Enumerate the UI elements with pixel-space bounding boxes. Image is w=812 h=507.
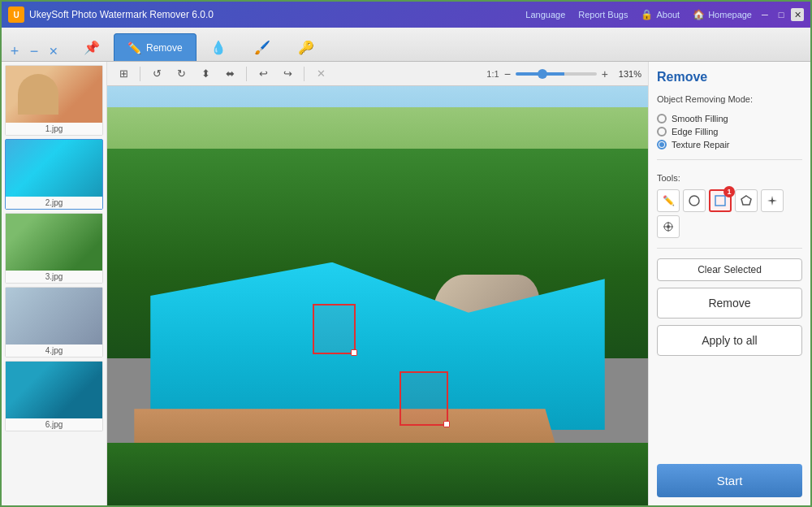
svg-point-0	[689, 196, 699, 206]
thumbnail-3[interactable]: 3.jpg	[5, 213, 103, 284]
start-button[interactable]: Start	[657, 464, 802, 497]
close-button[interactable]: ✕	[791, 8, 804, 21]
close-file-button[interactable]: ✕	[44, 41, 63, 61]
rotate-ccw-tool[interactable]: ↺	[147, 64, 166, 84]
thumbnail-1[interactable]: 1.jpg	[5, 65, 103, 136]
zoom-percent: 131%	[613, 69, 641, 79]
thumb-image-2	[6, 140, 102, 197]
titlebar: U UkeySoft Photo Watermark Remover 6.0.0…	[2, 2, 810, 28]
thumb-label-5: 6.jpg	[6, 418, 102, 431]
svg-point-4	[667, 225, 670, 228]
zoom-area: 1:1 − + 131%	[486, 67, 641, 80]
tab-key[interactable]: 🔑	[284, 33, 328, 61]
ground-bg	[107, 443, 648, 505]
canvas-toolbar: ⊞ ↺ ↻ ⬍ ⬌ ↩ ↪ ✕ 1:1 − + 131%	[107, 62, 648, 86]
clear-selected-button[interactable]: Clear Selected	[657, 258, 802, 281]
tab-brush[interactable]: 🖌️	[240, 33, 284, 61]
radio-edge[interactable]	[657, 127, 667, 136]
zoom-plus-icon[interactable]: +	[600, 67, 610, 80]
selection-box-1[interactable]	[313, 304, 356, 354]
flip-h-tool[interactable]: ⬌	[220, 64, 240, 84]
app-logo: U	[8, 6, 24, 23]
about-link[interactable]: About	[656, 10, 680, 20]
add-file-button[interactable]: +	[5, 41, 24, 61]
panel-title: Remove	[657, 70, 802, 84]
undo-tool[interactable]: ↩	[253, 64, 273, 84]
tab-remove-label: Remove	[146, 42, 183, 54]
titlebar-links: Language Report Bugs 🔒 About 🏠 Homepage	[525, 9, 752, 20]
thumb-image-1	[6, 66, 102, 123]
mode-texture[interactable]: Texture Repair	[657, 140, 802, 150]
flip-v-tool[interactable]: ⬍	[196, 64, 215, 84]
thumbnail-4[interactable]: 4.jpg	[5, 287, 103, 358]
radio-smooth[interactable]	[657, 114, 667, 124]
thumb-image-3	[6, 214, 102, 271]
svg-marker-2	[741, 196, 751, 205]
remove-file-button[interactable]: −	[24, 41, 44, 61]
tool-pencil[interactable]: ✏️	[657, 189, 680, 212]
tabbar: + − ✕ 📌 ✏️ Remove 💧 🖌️ 🔑	[2, 28, 810, 62]
spacer	[657, 362, 802, 457]
zoom-fit-label: 1:1	[486, 69, 499, 79]
sep-1	[140, 67, 140, 81]
mode-edge[interactable]: Edge Filling	[657, 127, 802, 136]
apply-to-all-button[interactable]: Apply to all	[657, 325, 802, 356]
tab-drop[interactable]: 💧	[197, 33, 240, 61]
remove-button[interactable]: Remove	[657, 288, 802, 318]
thumbnail-sidebar: 1.jpg 2.jpg 3.jpg 4.jpg 6.jpg	[2, 62, 107, 505]
maximize-button[interactable]: □	[775, 8, 788, 21]
minimize-button[interactable]: ─	[758, 8, 771, 21]
mode-smooth[interactable]: Smooth Filling	[657, 114, 802, 124]
app-window: U UkeySoft Photo Watermark Remover 6.0.0…	[0, 0, 812, 507]
thumb-image-5	[6, 362, 102, 418]
mode-radio-group: Smooth Filling Edge Filling Texture Repa…	[657, 114, 802, 150]
radio-texture[interactable]	[657, 140, 667, 150]
selection-handle-1[interactable]	[351, 349, 357, 356]
tool-badge-1: 1	[723, 186, 735, 197]
thumb-label-2: 2.jpg	[6, 197, 102, 209]
thumb-label-1: 1.jpg	[6, 123, 102, 135]
right-panel: Remove Object Removing Mode: Smooth Fill…	[648, 62, 810, 505]
homepage-link[interactable]: Homepage	[708, 10, 752, 20]
thumb-label-4: 4.jpg	[6, 344, 102, 357]
tab-remove-icon: ✏️	[127, 41, 141, 54]
thumb-label-3: 3.jpg	[6, 271, 102, 283]
tools-label: Tools:	[657, 173, 802, 183]
grid-tool[interactable]: ⊞	[114, 64, 133, 84]
window-controls: ─ □ ✕	[758, 8, 804, 21]
tab-pin[interactable]: 📌	[70, 33, 114, 61]
rotate-cw-tool[interactable]: ↻	[171, 64, 191, 84]
canvas-image-area[interactable]	[107, 86, 648, 505]
sep-3	[304, 67, 304, 81]
svg-rect-1	[715, 196, 725, 206]
main-content: 1.jpg 2.jpg 3.jpg 4.jpg 6.jpg	[2, 62, 810, 505]
tool-magic-wand[interactable]	[761, 189, 784, 212]
tools-row: ✏️ 1	[657, 189, 802, 238]
tool-rect-select[interactable]: 1	[709, 189, 732, 212]
tool-circle-select[interactable]	[683, 189, 706, 212]
zoom-slider[interactable]	[516, 72, 597, 76]
tool-pattern[interactable]	[657, 215, 680, 238]
thumb-image-4	[6, 288, 102, 344]
zoom-minus-icon[interactable]: −	[503, 67, 512, 80]
tool-poly-select[interactable]	[735, 189, 758, 212]
report-bugs-link[interactable]: Report Bugs	[578, 10, 628, 20]
divider-1	[657, 159, 802, 160]
redo-tool[interactable]: ↪	[278, 64, 297, 84]
clear-tool[interactable]: ✕	[311, 64, 330, 84]
app-title: UkeySoft Photo Watermark Remover 6.0.0	[29, 9, 525, 20]
tab-remove[interactable]: ✏️ Remove	[114, 33, 197, 61]
selection-handle-2[interactable]	[443, 421, 450, 427]
object-removing-mode-label: Object Removing Mode:	[657, 94, 802, 104]
thumbnail-2[interactable]: 2.jpg	[5, 139, 103, 210]
sep-2	[246, 67, 247, 81]
thumbnail-5[interactable]: 6.jpg	[5, 361, 103, 431]
selection-box-2[interactable]	[400, 371, 448, 426]
language-link[interactable]: Language	[525, 10, 565, 20]
canvas-area: ⊞ ↺ ↻ ⬍ ⬌ ↩ ↪ ✕ 1:1 − + 131%	[107, 62, 648, 505]
divider-2	[657, 248, 802, 249]
